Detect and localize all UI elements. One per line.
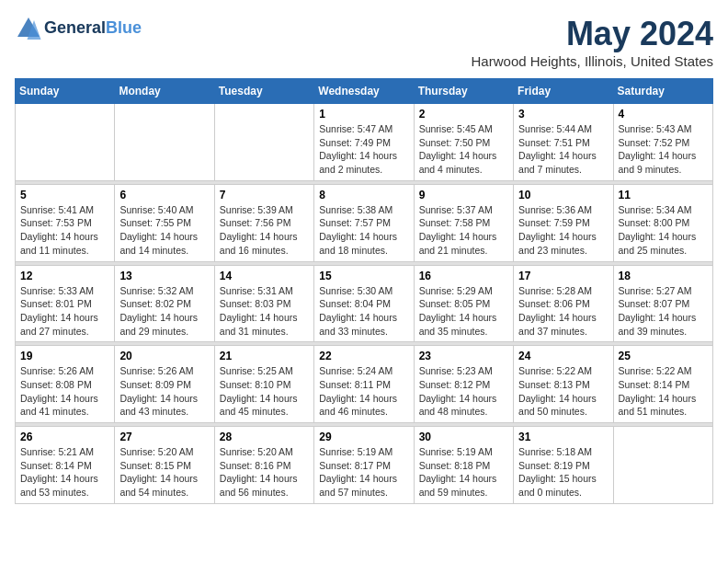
day-detail: Sunrise: 5:21 AMSunset: 8:14 PMDaylight:…	[20, 445, 109, 500]
calendar-cell: 29Sunrise: 5:19 AMSunset: 8:17 PMDayligh…	[314, 427, 414, 504]
calendar-cell: 23Sunrise: 5:23 AMSunset: 8:12 PMDayligh…	[414, 346, 513, 423]
weekday-header: Saturday	[613, 79, 712, 104]
day-number: 2	[419, 108, 508, 121]
title-area: May 2024 Harwood Heights, Illinois, Unit…	[472, 15, 713, 69]
day-number: 15	[319, 270, 408, 282]
calendar-cell: 10Sunrise: 5:36 AMSunset: 7:59 PMDayligh…	[514, 184, 613, 261]
day-number: 8	[319, 189, 408, 201]
weekday-header: Friday	[514, 79, 613, 104]
day-number: 6	[119, 189, 209, 201]
day-detail: Sunrise: 5:36 AMSunset: 7:59 PMDaylight:…	[518, 203, 608, 258]
day-number: 26	[20, 431, 109, 443]
calendar-cell: 7Sunrise: 5:39 AMSunset: 7:56 PMDaylight…	[214, 184, 313, 261]
day-number: 19	[20, 350, 109, 362]
day-number: 31	[518, 431, 608, 443]
logo-text: GeneralBlue	[44, 18, 142, 39]
day-number: 3	[518, 108, 608, 121]
calendar-cell: 9Sunrise: 5:37 AMSunset: 7:58 PMDaylight…	[414, 184, 513, 261]
calendar-cell: 11Sunrise: 5:34 AMSunset: 8:00 PMDayligh…	[613, 184, 712, 261]
calendar-cell: 31Sunrise: 5:18 AMSunset: 8:19 PMDayligh…	[514, 427, 613, 504]
week-row: 5Sunrise: 5:41 AMSunset: 7:53 PMDaylight…	[16, 184, 713, 261]
calendar-cell: 19Sunrise: 5:26 AMSunset: 8:08 PMDayligh…	[16, 346, 115, 423]
calendar-cell: 30Sunrise: 5:19 AMSunset: 8:18 PMDayligh…	[414, 427, 513, 504]
calendar-cell	[16, 104, 115, 181]
calendar: SundayMondayTuesdayWednesdayThursdayFrid…	[15, 78, 713, 504]
day-number: 18	[619, 270, 708, 282]
weekday-header: Sunday	[16, 79, 115, 104]
day-detail: Sunrise: 5:19 AMSunset: 8:17 PMDaylight:…	[319, 445, 408, 500]
day-detail: Sunrise: 5:31 AMSunset: 8:03 PMDaylight:…	[220, 284, 309, 339]
calendar-cell: 2Sunrise: 5:45 AMSunset: 7:50 PMDaylight…	[414, 104, 513, 181]
calendar-cell: 5Sunrise: 5:41 AMSunset: 7:53 PMDaylight…	[16, 184, 115, 261]
calendar-cell: 21Sunrise: 5:25 AMSunset: 8:10 PMDayligh…	[214, 346, 313, 423]
day-number: 5	[20, 189, 109, 201]
calendar-cell: 15Sunrise: 5:30 AMSunset: 8:04 PMDayligh…	[314, 265, 414, 342]
day-number: 29	[319, 431, 408, 443]
calendar-header-row: SundayMondayTuesdayWednesdayThursdayFrid…	[16, 79, 713, 104]
day-number: 30	[419, 431, 508, 443]
weekday-header: Tuesday	[214, 79, 313, 104]
day-detail: Sunrise: 5:47 AMSunset: 7:49 PMDaylight:…	[319, 122, 408, 177]
day-detail: Sunrise: 5:32 AMSunset: 8:02 PMDaylight:…	[119, 284, 209, 339]
day-number: 14	[220, 270, 309, 282]
day-detail: Sunrise: 5:24 AMSunset: 8:11 PMDaylight:…	[319, 364, 408, 419]
calendar-cell: 13Sunrise: 5:32 AMSunset: 8:02 PMDayligh…	[115, 265, 214, 342]
day-detail: Sunrise: 5:23 AMSunset: 8:12 PMDaylight:…	[419, 364, 508, 419]
calendar-cell	[214, 104, 313, 181]
weekday-header: Wednesday	[314, 79, 414, 104]
week-row: 26Sunrise: 5:21 AMSunset: 8:14 PMDayligh…	[16, 427, 713, 504]
day-detail: Sunrise: 5:44 AMSunset: 7:51 PMDaylight:…	[518, 122, 608, 177]
day-detail: Sunrise: 5:22 AMSunset: 8:13 PMDaylight:…	[518, 364, 608, 419]
day-detail: Sunrise: 5:19 AMSunset: 8:18 PMDaylight:…	[419, 445, 508, 500]
day-number: 11	[619, 189, 708, 201]
day-number: 24	[518, 350, 608, 362]
day-detail: Sunrise: 5:25 AMSunset: 8:10 PMDaylight:…	[220, 364, 309, 419]
day-detail: Sunrise: 5:18 AMSunset: 8:19 PMDaylight:…	[518, 445, 608, 500]
day-number: 21	[220, 350, 309, 362]
day-detail: Sunrise: 5:30 AMSunset: 8:04 PMDaylight:…	[319, 284, 408, 339]
day-detail: Sunrise: 5:34 AMSunset: 8:00 PMDaylight:…	[619, 203, 708, 258]
week-row: 19Sunrise: 5:26 AMSunset: 8:08 PMDayligh…	[16, 346, 713, 423]
day-number: 4	[619, 108, 708, 121]
day-detail: Sunrise: 5:33 AMSunset: 8:01 PMDaylight:…	[20, 284, 109, 339]
calendar-cell: 24Sunrise: 5:22 AMSunset: 8:13 PMDayligh…	[514, 346, 613, 423]
day-number: 25	[619, 350, 708, 362]
day-number: 22	[319, 350, 408, 362]
day-detail: Sunrise: 5:20 AMSunset: 8:15 PMDaylight:…	[119, 445, 209, 500]
calendar-cell: 22Sunrise: 5:24 AMSunset: 8:11 PMDayligh…	[314, 346, 414, 423]
calendar-cell	[613, 427, 712, 504]
calendar-cell: 4Sunrise: 5:43 AMSunset: 7:52 PMDaylight…	[613, 104, 712, 181]
day-number: 17	[518, 270, 608, 282]
week-row: 12Sunrise: 5:33 AMSunset: 8:01 PMDayligh…	[16, 265, 713, 342]
week-row: 1Sunrise: 5:47 AMSunset: 7:49 PMDaylight…	[16, 104, 713, 181]
day-detail: Sunrise: 5:37 AMSunset: 7:58 PMDaylight:…	[419, 203, 508, 258]
day-number: 28	[220, 431, 309, 443]
weekday-header: Monday	[115, 79, 214, 104]
location-title: Harwood Heights, Illinois, United States	[472, 53, 713, 69]
calendar-cell: 25Sunrise: 5:22 AMSunset: 8:14 PMDayligh…	[613, 346, 712, 423]
day-detail: Sunrise: 5:39 AMSunset: 7:56 PMDaylight:…	[220, 203, 309, 258]
day-detail: Sunrise: 5:22 AMSunset: 8:14 PMDaylight:…	[619, 364, 708, 419]
day-number: 27	[119, 431, 209, 443]
day-detail: Sunrise: 5:38 AMSunset: 7:57 PMDaylight:…	[319, 203, 408, 258]
day-number: 16	[419, 270, 508, 282]
calendar-cell: 8Sunrise: 5:38 AMSunset: 7:57 PMDaylight…	[314, 184, 414, 261]
day-detail: Sunrise: 5:29 AMSunset: 8:05 PMDaylight:…	[419, 284, 508, 339]
calendar-cell: 18Sunrise: 5:27 AMSunset: 8:07 PMDayligh…	[613, 265, 712, 342]
month-title: May 2024	[472, 15, 713, 53]
calendar-cell: 12Sunrise: 5:33 AMSunset: 8:01 PMDayligh…	[16, 265, 115, 342]
day-detail: Sunrise: 5:26 AMSunset: 8:08 PMDaylight:…	[20, 364, 109, 419]
day-detail: Sunrise: 5:40 AMSunset: 7:55 PMDaylight:…	[119, 203, 209, 258]
logo-icon	[15, 15, 42, 42]
day-number: 20	[119, 350, 209, 362]
calendar-cell: 1Sunrise: 5:47 AMSunset: 7:49 PMDaylight…	[314, 104, 414, 181]
calendar-cell: 20Sunrise: 5:26 AMSunset: 8:09 PMDayligh…	[115, 346, 214, 423]
day-number: 12	[20, 270, 109, 282]
weekday-header: Thursday	[414, 79, 513, 104]
day-number: 1	[319, 108, 408, 121]
calendar-cell: 3Sunrise: 5:44 AMSunset: 7:51 PMDaylight…	[514, 104, 613, 181]
logo: GeneralBlue	[15, 15, 142, 42]
day-number: 13	[119, 270, 209, 282]
day-number: 23	[419, 350, 508, 362]
calendar-cell: 28Sunrise: 5:20 AMSunset: 8:16 PMDayligh…	[214, 427, 313, 504]
